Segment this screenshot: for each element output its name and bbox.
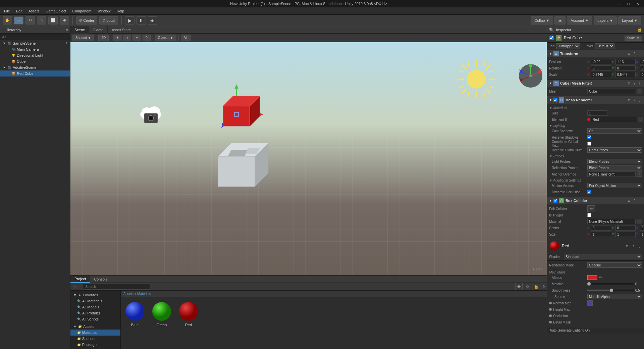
rendering-mode-select[interactable]: Opaque <box>587 262 642 268</box>
box-collider-settings-btn[interactable]: ⚙ <box>627 199 631 203</box>
tab-console[interactable]: Console <box>90 276 111 283</box>
scale-tool[interactable]: ⤡ <box>37 16 46 24</box>
scene-fx-btn[interactable]: ✦ <box>132 35 141 41</box>
layout-btn[interactable]: Layout ▼ <box>618 16 641 24</box>
project-search[interactable] <box>83 284 150 290</box>
scene-all-btn[interactable]: All <box>181 35 191 41</box>
hierarchy-item-samplescene[interactable]: ▼ 🎬 SampleScene 1 <box>0 40 70 46</box>
assets-header[interactable]: ▼ 📁 Assets <box>70 323 120 330</box>
cast-shadows-select[interactable]: On <box>587 128 642 134</box>
menu-help[interactable]: Help <box>114 8 127 14</box>
shading-dropdown[interactable]: Shaded ▼ <box>72 35 94 41</box>
all-materials-item[interactable]: 🔍 All Materials <box>70 298 120 304</box>
box-collider-toggle[interactable] <box>553 199 557 203</box>
smoothness-slider-track[interactable] <box>587 290 634 291</box>
pause-btn[interactable]: ⏸ <box>137 16 146 24</box>
element0-picker-btn[interactable]: ○ <box>638 117 643 122</box>
obj-active-checkbox[interactable] <box>549 36 554 40</box>
edit-collider-btn[interactable]: ✏ <box>587 205 595 212</box>
collab-btn[interactable]: Collab ▼ <box>531 16 553 24</box>
scale-z-input[interactable] <box>640 72 644 77</box>
pivot-local-btn[interactable]: ⊙ Local <box>99 16 118 24</box>
reflection-probes-select[interactable]: Blend Probes <box>587 165 642 170</box>
size-input[interactable] <box>587 110 607 116</box>
packages-folder[interactable]: 📁 Packages <box>70 342 120 348</box>
hierarchy-search[interactable] <box>0 34 70 40</box>
cloud-btn[interactable]: ☁ <box>554 16 566 24</box>
hand-tool[interactable]: ✋ <box>3 16 12 24</box>
anchor-picker-btn[interactable]: ○ <box>637 171 642 177</box>
rotate-tool[interactable]: ↻ <box>25 16 35 24</box>
obj-name[interactable]: Red Cube <box>564 36 623 40</box>
mesh-renderer-header[interactable]: ▼ ⬡ Mesh Renderer ⚙ ? ⋮ <box>547 96 644 104</box>
menu-gameobject[interactable]: GameObject <box>43 8 69 14</box>
transform-header[interactable]: ▼ ⊕ Transform ⚙ ? ⋮ <box>547 50 644 57</box>
play-btn[interactable]: ▶ <box>125 16 135 24</box>
shader-select[interactable]: Standard <box>564 254 642 259</box>
pos-z-input[interactable] <box>640 59 644 64</box>
mat-settings-btn[interactable]: ⚙ <box>625 244 629 248</box>
mesh-filter-menu-btn[interactable]: ⋮ <box>637 82 642 85</box>
tab-project[interactable]: Project <box>70 276 90 283</box>
mesh-renderer-toggle[interactable] <box>553 98 557 102</box>
dynamic-occlusion-checkbox[interactable] <box>587 190 591 194</box>
element0-input[interactable] <box>591 117 637 122</box>
layers-btn[interactable]: Layers ▼ <box>594 16 617 24</box>
source-select[interactable]: Metallic Alpha <box>587 294 642 299</box>
menu-assets[interactable]: Assets <box>26 8 42 14</box>
transform-menu-btn[interactable]: ⋮ <box>637 52 642 56</box>
pivot-center-btn[interactable]: ⊙ Center <box>76 16 97 24</box>
pos-y-input[interactable] <box>615 59 636 64</box>
scene-light-btn[interactable]: ☀ <box>113 35 122 41</box>
account-btn[interactable]: Account ▼ <box>567 16 592 24</box>
box-collider-help-btn[interactable]: ? <box>633 199 636 203</box>
rot-z-input[interactable] <box>640 65 644 71</box>
mat-open-btn[interactable]: ↗ <box>631 244 635 248</box>
all-models-item[interactable]: 🔍 All Models <box>70 304 120 310</box>
mesh-picker-btn[interactable]: ○ <box>637 89 642 94</box>
size-y-input[interactable] <box>615 232 636 237</box>
all-scripts-item[interactable]: 🔍 All Scripts <box>70 316 120 322</box>
rect-tool[interactable]: ⬜ <box>48 16 58 24</box>
anchor-input[interactable] <box>587 171 636 177</box>
favorites-header[interactable]: ▼ ★ Favorites <box>70 292 120 298</box>
hierarchy-item-additivescene[interactable]: ▼ 🎬 AdditiveScene <box>0 64 70 70</box>
step-btn[interactable]: ⏭ <box>148 16 157 24</box>
contrib-gi-checkbox[interactable] <box>587 142 591 146</box>
close-btn[interactable]: ✕ <box>634 2 641 6</box>
materials-folder[interactable]: 📁 Materials <box>70 330 120 336</box>
mesh-input[interactable] <box>587 89 635 94</box>
hierarchy-item-cube[interactable]: 📦 Cube <box>0 58 70 64</box>
is-trigger-checkbox[interactable] <box>587 213 591 217</box>
minimize-btn[interactable]: — <box>615 2 623 6</box>
multi-tool[interactable]: ⊕ <box>60 16 69 24</box>
light-probes-select[interactable]: Blend Probes <box>587 159 642 164</box>
center-z-input[interactable] <box>640 225 644 231</box>
star-btn[interactable]: ☆ <box>524 283 531 290</box>
red-material-item[interactable]: Red <box>177 300 200 328</box>
rot-x-input[interactable] <box>591 65 611 71</box>
blue-material-item[interactable]: Blue <box>123 300 146 328</box>
gizmo-axes[interactable]: Y X Z <box>517 62 544 89</box>
hierarchy-menu-btn[interactable]: ≡ <box>66 28 68 32</box>
hierarchy-item-light[interactable]: 💡 Directional Light <box>0 52 70 58</box>
gizmos-btn[interactable]: Gizmos ▼ <box>155 35 176 41</box>
mesh-renderer-help-btn[interactable]: ? <box>633 98 636 102</box>
pos-x-input[interactable] <box>591 59 611 64</box>
collider-material-picker-btn[interactable]: ○ <box>637 219 642 224</box>
box-collider-header[interactable]: ▼ ⬡ Box Collider ⚙ ? ⋮ <box>547 197 644 204</box>
static-btn[interactable]: Static ▼ <box>625 36 642 41</box>
green-material-item[interactable]: Green <box>150 300 173 328</box>
scene-audio-btn[interactable]: ♪ <box>123 35 131 41</box>
center-y-input[interactable] <box>615 225 636 231</box>
tab-asset-store[interactable]: Asset Store <box>108 26 135 34</box>
size-z-input[interactable] <box>640 232 644 237</box>
all-prefabs-item[interactable]: 🔍 All Prefabs <box>70 310 120 316</box>
menu-window[interactable]: Window <box>95 8 113 14</box>
collider-material-input[interactable] <box>587 219 636 224</box>
metallic-slider-track[interactable] <box>587 283 634 285</box>
menu-file[interactable]: File <box>1 8 13 14</box>
white-cube[interactable] <box>211 130 278 197</box>
tab-game[interactable]: Game <box>89 26 108 34</box>
mesh-renderer-settings-btn[interactable]: ⚙ <box>627 98 631 102</box>
